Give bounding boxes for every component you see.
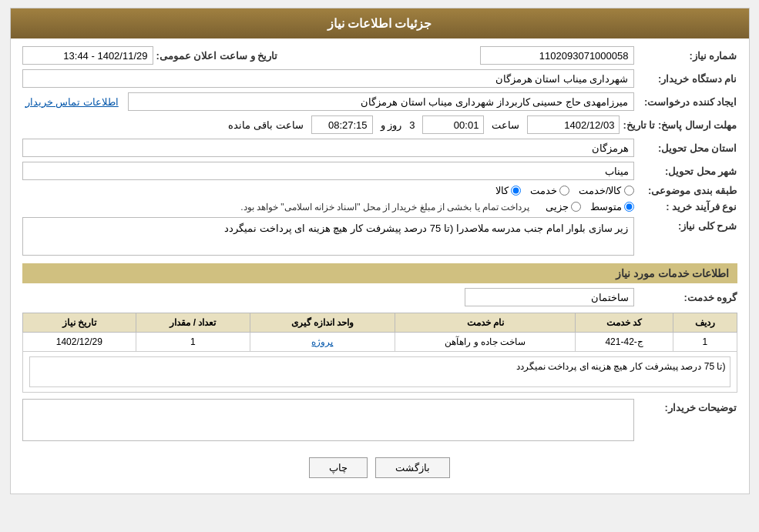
category-option-khedmat: خدمت: [530, 185, 569, 196]
response-date-field: 1402/12/03: [527, 115, 620, 134]
creator-field: میرزامهدی حاج حسینی کاربرداز شهرداری مین…: [128, 92, 634, 111]
cell-quantity: 1: [136, 333, 250, 352]
need-number-label: شماره نیاز:: [637, 50, 737, 62]
cell-service-name: ساخت جاده و راهآهن: [395, 333, 576, 352]
cell-service-code: ج-42-421: [576, 333, 673, 352]
days-value-span: 3: [409, 119, 415, 131]
purchase-type-radio-jozi[interactable]: [571, 202, 581, 212]
service-group-field: ساختمان: [465, 288, 634, 306]
buyer-description-label: توضیحات خریدار:: [637, 402, 737, 413]
category-label: طبقه بندی موضوعی:: [637, 185, 737, 196]
days-label-span: روز و: [381, 119, 402, 131]
col-quantity: تعداد / مقدار: [136, 313, 250, 333]
row-delivery-province: استان محل تحویل: هرمزگان: [22, 139, 737, 157]
cell-need-date: 1402/12/29: [22, 333, 136, 352]
contact-link[interactable]: اطلاعات تماس خریدار: [25, 96, 119, 108]
delivery-province-field: هرمزگان: [22, 139, 634, 157]
row-note-text: (تا 75 درصد پیشرفت کار هیچ هزینه ای پردا…: [516, 361, 725, 372]
row-buyer-description: توضیحات خریدار:: [22, 399, 737, 441]
category-radio-kala-khedmat[interactable]: [624, 186, 634, 196]
category-radio-kala[interactable]: [511, 186, 521, 196]
service-table: ردیف کد خدمت نام خدمت واحد اندازه گیری ت…: [22, 313, 737, 393]
category-label-kala-khedmat: کالا/خدمت: [579, 185, 622, 196]
delivery-province-label: استان محل تحویل:: [637, 142, 737, 154]
row-buyer-org: نام دستگاه خریدار: شهرداری میناب استان ه…: [22, 69, 737, 88]
remaining-time-field: 08:27:15: [311, 115, 373, 134]
row-delivery-city: شهر محل تحویل: میناب: [22, 162, 737, 180]
col-unit: واحد اندازه گیری: [250, 313, 395, 333]
content-area: شماره نیاز: 1102093071000058 تاریخ و ساع…: [11, 38, 749, 494]
buyer-org-field: شهرداری میناب استان هرمزگان: [22, 69, 634, 88]
services-section-title: اطلاعات خدمات مورد نیاز: [22, 263, 737, 283]
response-time-value: 00:01: [454, 119, 479, 131]
response-time-field: 00:01: [422, 115, 484, 134]
col-service-code: کد خدمت: [576, 313, 673, 333]
buyer-description-textarea[interactable]: [22, 399, 634, 441]
purchase-type-note: پرداخت تمام یا بخشی از مبلغ خریدار از مح…: [240, 202, 529, 212]
purchase-type-label: نوع فرآیند خرید :: [637, 201, 737, 212]
response-deadline-label: مهلت ارسال پاسخ: تا تاریخ:: [623, 119, 737, 131]
need-description-label: شرح کلی نیاز:: [637, 220, 737, 232]
row-purchase-type: نوع فرآیند خرید : متوسط جزیی پرداخت تمام…: [22, 201, 737, 212]
creator-label: ایجاد کننده درخواست:: [637, 96, 737, 108]
col-need-date: تاریخ نیاز: [22, 313, 136, 333]
row-need-number: شماره نیاز: 1102093071000058 تاریخ و ساع…: [22, 46, 737, 65]
buyer-org-value: شهرداری میناب استان هرمزگان: [495, 73, 629, 85]
purchase-type-option-jozi: جزیی: [546, 201, 581, 212]
purchase-type-label-motavasset: متوسط: [590, 201, 622, 212]
service-group-value: ساختمان: [591, 292, 629, 303]
main-container: جزئیات اطلاعات نیاز شماره نیاز: 11020930…: [10, 8, 750, 494]
page-header: جزئیات اطلاعات نیاز: [11, 8, 749, 38]
announcement-datetime-value: 1402/11/29 - 13:44: [63, 50, 147, 62]
back-button[interactable]: بازگشت: [375, 457, 450, 478]
creator-value: میرزامهدی حاج حسینی کاربرداز شهرداری مین…: [361, 96, 628, 108]
cell-unit[interactable]: پروژه: [250, 333, 395, 352]
buyer-org-label: نام دستگاه خریدار:: [637, 73, 737, 85]
row-need-description: شرح کلی نیاز: زیر سازی بلوار امام جنب مد…: [22, 217, 737, 256]
need-number-value: 1102093071000058: [539, 50, 629, 62]
table-row: 1 ج-42-421 ساخت جاده و راهآهن پروژه 1 14…: [22, 333, 737, 352]
announcement-datetime-field: 1402/11/29 - 13:44: [22, 46, 153, 65]
row-note-cell: (تا 75 درصد پیشرفت کار هیچ هزینه ای پردا…: [22, 352, 737, 393]
purchase-type-option-motavasset: متوسط: [590, 201, 634, 212]
footer-buttons: بازگشت چاپ: [22, 446, 737, 486]
need-description-field: زیر سازی بلوار امام جنب مدرسه ملاصدرا (ت…: [22, 217, 634, 256]
delivery-province-value: هرمزگان: [592, 142, 629, 154]
delivery-city-value: میناب: [605, 166, 629, 177]
row-service-group: گروه خدمت: ساختمان: [22, 288, 737, 306]
category-radio-khedmat[interactable]: [559, 186, 569, 196]
remaining-time-label: ساعت باقی مانده: [228, 119, 303, 131]
category-radio-group: کالا/خدمت خدمت کالا: [495, 185, 634, 196]
category-option-kala: کالا: [495, 185, 521, 196]
col-row-num: ردیف: [673, 313, 737, 333]
print-button[interactable]: چاپ: [309, 457, 368, 478]
purchase-type-radio-motavasset[interactable]: [624, 202, 634, 212]
row-category: طبقه بندی موضوعی: کالا/خدمت خدمت کالا: [22, 185, 737, 196]
category-option-kala-khedmat: کالا/خدمت: [579, 185, 634, 196]
row-note-box: (تا 75 درصد پیشرفت کار هیچ هزینه ای پردا…: [29, 356, 730, 387]
service-group-label: گروه خدمت:: [637, 292, 737, 303]
category-label-kala: کالا: [495, 185, 509, 196]
row-response-deadline: مهلت ارسال پاسخ: تا تاریخ: 1402/12/03 سا…: [22, 115, 737, 134]
table-note-row: (تا 75 درصد پیشرفت کار هیچ هزینه ای پردا…: [22, 352, 737, 393]
cell-row-num: 1: [673, 333, 737, 352]
need-number-field: 1102093071000058: [480, 46, 634, 65]
category-label-khedmat: خدمت: [530, 185, 557, 196]
purchase-type-label-jozi: جزیی: [546, 201, 569, 212]
col-service-name: نام خدمت: [395, 313, 576, 333]
response-time-label: ساعت: [492, 119, 519, 131]
purchase-type-radio-group: متوسط جزیی: [546, 201, 634, 212]
delivery-city-field: میناب: [22, 162, 634, 180]
announcement-datetime-label: تاریخ و ساعت اعلان عمومی:: [156, 50, 278, 62]
page-title: جزئیات اطلاعات نیاز: [327, 17, 432, 30]
delivery-city-label: شهر محل تحویل:: [637, 166, 737, 177]
remaining-time-value: 08:27:15: [328, 119, 368, 131]
response-date-value: 1402/12/03: [564, 119, 614, 131]
need-description-value: زیر سازی بلوار امام جنب مدرسه ملاصدرا (ت…: [224, 223, 629, 234]
table-header-row: ردیف کد خدمت نام خدمت واحد اندازه گیری ت…: [22, 313, 737, 333]
row-creator: ایجاد کننده درخواست: میرزامهدی حاج حسینی…: [22, 92, 737, 111]
